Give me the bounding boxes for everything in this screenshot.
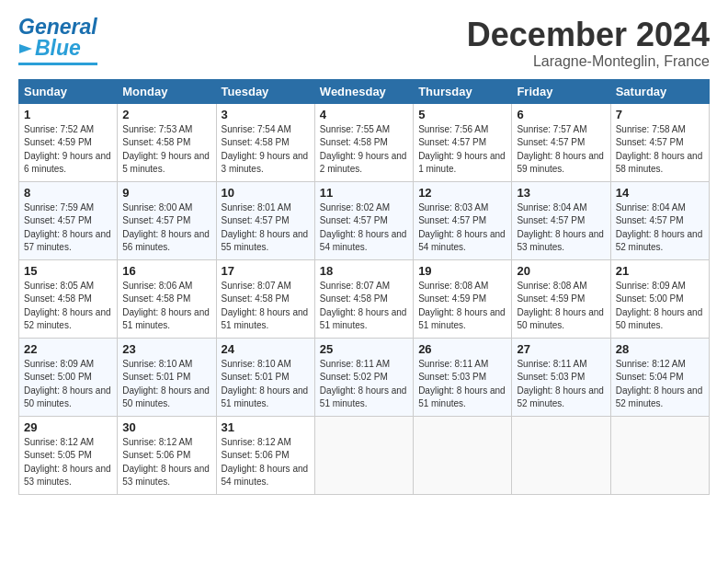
day-info: Sunrise: 8:12 AMSunset: 5:05 PMDaylight:… xyxy=(24,436,112,489)
day-number: 9 xyxy=(122,186,210,200)
day-info: Sunrise: 8:02 AMSunset: 4:57 PMDaylight:… xyxy=(320,201,408,255)
day-number: 30 xyxy=(122,420,210,434)
calendar-cell: 10Sunrise: 8:01 AMSunset: 4:57 PMDayligh… xyxy=(216,181,314,259)
calendar-cell: 5Sunrise: 7:56 AMSunset: 4:57 PMDaylight… xyxy=(414,103,512,181)
calendar-table: SundayMondayTuesdayWednesdayThursdayFrid… xyxy=(18,79,710,495)
calendar-cell: 25Sunrise: 8:11 AMSunset: 5:02 PMDayligh… xyxy=(314,338,413,416)
day-number: 27 xyxy=(517,342,605,356)
calendar-cell: 21Sunrise: 8:09 AMSunset: 5:00 PMDayligh… xyxy=(610,259,709,338)
logo-arrow-icon xyxy=(18,41,33,56)
day-number: 11 xyxy=(320,186,408,200)
calendar-cell: 29Sunrise: 8:12 AMSunset: 5:05 PMDayligh… xyxy=(19,416,118,494)
day-number: 23 xyxy=(122,342,210,356)
day-number: 19 xyxy=(418,264,506,278)
calendar-cell: 16Sunrise: 8:06 AMSunset: 4:58 PMDayligh… xyxy=(118,259,216,338)
day-number: 26 xyxy=(418,342,506,356)
calendar-week-row: 8Sunrise: 7:59 AMSunset: 4:57 PMDaylight… xyxy=(19,181,710,259)
day-info: Sunrise: 8:11 AMSunset: 5:03 PMDaylight:… xyxy=(418,358,506,411)
logo-container: General Blue xyxy=(18,17,97,65)
calendar-cell xyxy=(610,416,709,494)
day-info: Sunrise: 8:12 AMSunset: 5:06 PMDaylight:… xyxy=(222,436,310,489)
location-title: Laragne-Monteglin, France xyxy=(467,53,710,70)
day-info: Sunrise: 8:09 AMSunset: 5:00 PMDaylight:… xyxy=(24,358,112,411)
calendar-cell: 4Sunrise: 7:55 AMSunset: 4:58 PMDaylight… xyxy=(314,103,413,181)
day-info: Sunrise: 8:11 AMSunset: 5:03 PMDaylight:… xyxy=(517,358,605,411)
day-number: 24 xyxy=(222,342,310,356)
calendar-cell: 8Sunrise: 7:59 AMSunset: 4:57 PMDaylight… xyxy=(19,181,118,259)
day-number: 17 xyxy=(222,264,310,278)
day-of-week-header: Wednesday xyxy=(314,79,413,103)
day-number: 5 xyxy=(418,108,506,121)
day-number: 3 xyxy=(222,108,310,121)
calendar-cell: 12Sunrise: 8:03 AMSunset: 4:57 PMDayligh… xyxy=(414,181,512,259)
calendar-week-row: 29Sunrise: 8:12 AMSunset: 5:05 PMDayligh… xyxy=(19,416,710,494)
day-info: Sunrise: 8:03 AMSunset: 4:57 PMDaylight:… xyxy=(418,201,506,255)
day-number: 6 xyxy=(517,108,605,121)
day-info: Sunrise: 8:05 AMSunset: 4:58 PMDaylight:… xyxy=(24,280,112,333)
day-info: Sunrise: 8:10 AMSunset: 5:01 PMDaylight:… xyxy=(122,358,210,411)
calendar-cell: 15Sunrise: 8:05 AMSunset: 4:58 PMDayligh… xyxy=(19,259,118,338)
day-number: 4 xyxy=(320,108,408,121)
calendar-cell: 24Sunrise: 8:10 AMSunset: 5:01 PMDayligh… xyxy=(216,338,314,416)
logo-text-block: General Blue xyxy=(18,17,97,65)
logo-underline xyxy=(18,63,97,65)
day-info: Sunrise: 8:06 AMSunset: 4:58 PMDaylight:… xyxy=(122,280,210,333)
calendar-week-row: 1Sunrise: 7:52 AMSunset: 4:59 PMDaylight… xyxy=(19,103,710,181)
calendar-cell: 27Sunrise: 8:11 AMSunset: 5:03 PMDayligh… xyxy=(512,338,610,416)
header: General Blue December 2024 Laragne-Monte… xyxy=(18,17,710,70)
day-number: 22 xyxy=(24,342,112,356)
logo-general: General xyxy=(18,17,97,38)
day-info: Sunrise: 8:09 AMSunset: 5:00 PMDaylight:… xyxy=(616,280,704,333)
calendar-cell: 13Sunrise: 8:04 AMSunset: 4:57 PMDayligh… xyxy=(512,181,610,259)
day-number: 10 xyxy=(222,186,310,200)
calendar-week-row: 22Sunrise: 8:09 AMSunset: 5:00 PMDayligh… xyxy=(19,338,710,416)
day-number: 8 xyxy=(24,186,112,200)
day-of-week-header: Thursday xyxy=(414,79,512,103)
day-info: Sunrise: 7:52 AMSunset: 4:59 PMDaylight:… xyxy=(24,123,112,177)
calendar-cell: 9Sunrise: 8:00 AMSunset: 4:57 PMDaylight… xyxy=(118,181,216,259)
day-info: Sunrise: 7:57 AMSunset: 4:57 PMDaylight:… xyxy=(517,123,605,177)
calendar-header-row: SundayMondayTuesdayWednesdayThursdayFrid… xyxy=(19,79,710,103)
day-info: Sunrise: 7:56 AMSunset: 4:57 PMDaylight:… xyxy=(418,123,506,177)
day-number: 2 xyxy=(122,108,210,121)
svg-marker-0 xyxy=(19,44,32,53)
day-number: 16 xyxy=(122,264,210,278)
calendar-page: General Blue December 2024 Laragne-Monte… xyxy=(0,0,728,563)
calendar-cell: 22Sunrise: 8:09 AMSunset: 5:00 PMDayligh… xyxy=(19,338,118,416)
calendar-week-row: 15Sunrise: 8:05 AMSunset: 4:58 PMDayligh… xyxy=(19,259,710,338)
calendar-cell: 31Sunrise: 8:12 AMSunset: 5:06 PMDayligh… xyxy=(216,416,314,494)
calendar-cell xyxy=(512,416,610,494)
day-info: Sunrise: 8:04 AMSunset: 4:57 PMDaylight:… xyxy=(616,201,704,255)
day-number: 25 xyxy=(320,342,408,356)
day-number: 1 xyxy=(24,108,112,121)
day-info: Sunrise: 8:07 AMSunset: 4:58 PMDaylight:… xyxy=(320,280,408,333)
day-number: 13 xyxy=(517,186,605,200)
day-number: 12 xyxy=(418,186,506,200)
day-info: Sunrise: 7:53 AMSunset: 4:58 PMDaylight:… xyxy=(122,123,210,177)
day-info: Sunrise: 8:08 AMSunset: 4:59 PMDaylight:… xyxy=(418,280,506,333)
day-info: Sunrise: 8:11 AMSunset: 5:02 PMDaylight:… xyxy=(320,358,408,411)
calendar-cell: 2Sunrise: 7:53 AMSunset: 4:58 PMDaylight… xyxy=(118,103,216,181)
calendar-cell: 14Sunrise: 8:04 AMSunset: 4:57 PMDayligh… xyxy=(610,181,709,259)
day-info: Sunrise: 7:59 AMSunset: 4:57 PMDaylight:… xyxy=(24,201,112,255)
logo-blue: Blue xyxy=(35,36,81,61)
calendar-cell: 11Sunrise: 8:02 AMSunset: 4:57 PMDayligh… xyxy=(314,181,413,259)
calendar-cell: 1Sunrise: 7:52 AMSunset: 4:59 PMDaylight… xyxy=(19,103,118,181)
calendar-cell xyxy=(414,416,512,494)
day-of-week-header: Tuesday xyxy=(216,79,314,103)
day-info: Sunrise: 8:12 AMSunset: 5:04 PMDaylight:… xyxy=(616,358,704,411)
day-number: 29 xyxy=(24,420,112,434)
day-of-week-header: Sunday xyxy=(19,79,118,103)
calendar-cell: 19Sunrise: 8:08 AMSunset: 4:59 PMDayligh… xyxy=(414,259,512,338)
day-of-week-header: Monday xyxy=(118,79,216,103)
day-number: 28 xyxy=(616,342,704,356)
calendar-cell: 6Sunrise: 7:57 AMSunset: 4:57 PMDaylight… xyxy=(512,103,610,181)
calendar-cell: 23Sunrise: 8:10 AMSunset: 5:01 PMDayligh… xyxy=(118,338,216,416)
day-number: 20 xyxy=(517,264,605,278)
day-info: Sunrise: 7:58 AMSunset: 4:57 PMDaylight:… xyxy=(616,123,704,177)
calendar-cell: 30Sunrise: 8:12 AMSunset: 5:06 PMDayligh… xyxy=(118,416,216,494)
calendar-cell: 17Sunrise: 8:07 AMSunset: 4:58 PMDayligh… xyxy=(216,259,314,338)
day-of-week-header: Friday xyxy=(512,79,610,103)
day-info: Sunrise: 8:00 AMSunset: 4:57 PMDaylight:… xyxy=(122,201,210,255)
month-title: December 2024 xyxy=(467,17,710,53)
